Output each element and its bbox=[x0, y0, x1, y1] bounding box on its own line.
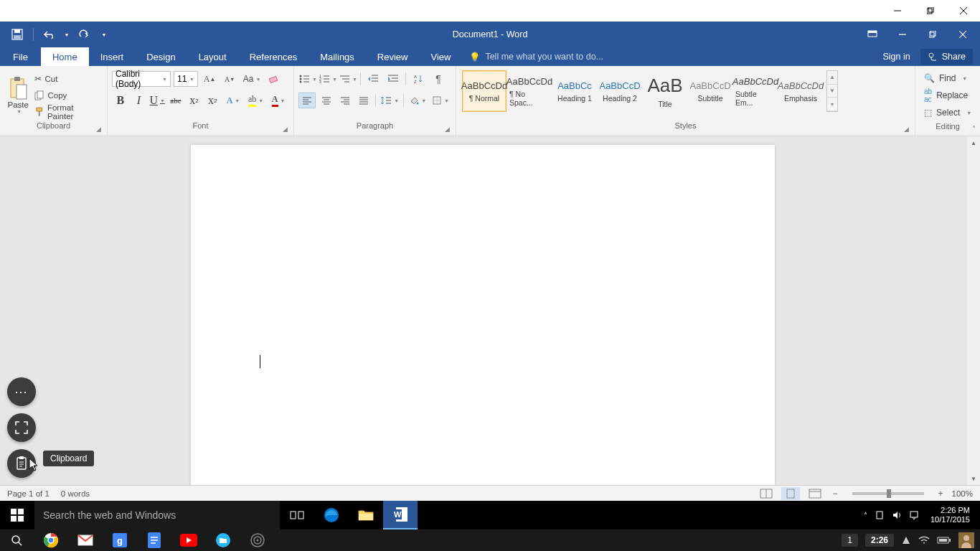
qat-customize-button[interactable]: ▼ bbox=[97, 24, 111, 44]
styles-launcher[interactable]: ◢ bbox=[904, 126, 909, 133]
vertical-scrollbar[interactable]: ▲ ▼ bbox=[967, 136, 980, 485]
taskbar-explorer[interactable] bbox=[349, 501, 383, 529]
align-left-button[interactable] bbox=[298, 93, 316, 108]
styles-gallery[interactable]: AaBbCcDd¶ NormalAaBbCcDd¶ No Spac...AaBb… bbox=[461, 69, 839, 121]
style-tile-subtitle[interactable]: AaBbCcDSubtitle bbox=[688, 70, 732, 112]
read-mode-button[interactable] bbox=[757, 487, 776, 500]
font-size-combo[interactable]: 11▼ bbox=[174, 71, 198, 87]
align-center-button[interactable] bbox=[317, 93, 334, 108]
web-layout-button[interactable] bbox=[806, 487, 824, 500]
line-spacing-button[interactable]: ▼ bbox=[379, 93, 400, 108]
multilevel-list-button[interactable]: ▼ bbox=[339, 71, 357, 87]
paragraph-launcher[interactable]: ◢ bbox=[445, 126, 450, 133]
style-tile---no-spac---[interactable]: AaBbCcDd¶ No Spac... bbox=[507, 70, 552, 112]
taskbar-word[interactable]: W bbox=[383, 501, 418, 529]
replace-button[interactable]: abacReplace bbox=[924, 88, 971, 103]
shading-button[interactable]: ▼ bbox=[407, 93, 428, 108]
highlight-button[interactable]: ab▼ bbox=[245, 93, 267, 108]
style-tile-heading-2[interactable]: AaBbCcDHeading 2 bbox=[598, 70, 642, 112]
text-effects-button[interactable]: A▼ bbox=[222, 93, 244, 108]
redo-button[interactable] bbox=[72, 24, 95, 44]
dock-target[interactable] bbox=[247, 529, 268, 551]
tab-file[interactable]: File bbox=[0, 47, 41, 66]
font-launcher[interactable]: ◢ bbox=[283, 126, 288, 133]
dock-clock[interactable]: 2:26 bbox=[865, 534, 894, 547]
window-minimize-button[interactable] bbox=[881, 0, 914, 22]
tab-view[interactable]: View bbox=[419, 47, 462, 66]
tray-notifications-icon[interactable] bbox=[909, 510, 919, 520]
dock-search-button[interactable] bbox=[6, 529, 27, 551]
paste-button[interactable]: Paste ▼ bbox=[4, 69, 32, 121]
taskbar-search[interactable]: Search the web and Windows bbox=[34, 501, 280, 529]
dock-up-icon[interactable] bbox=[901, 535, 911, 545]
clipboard-launcher[interactable]: ◢ bbox=[96, 126, 101, 133]
font-color-button[interactable]: A▼ bbox=[268, 93, 289, 108]
style-tile-heading-1[interactable]: AaBbCcHeading 1 bbox=[552, 70, 597, 112]
decrease-indent-button[interactable] bbox=[364, 71, 382, 87]
tray-network-icon[interactable] bbox=[875, 510, 885, 520]
ribbon-display-options-button[interactable] bbox=[858, 24, 887, 44]
tray-volume-icon[interactable] bbox=[892, 510, 902, 520]
collapse-ribbon-button[interactable]: ˄ bbox=[972, 125, 976, 133]
document-page[interactable] bbox=[191, 145, 775, 485]
zoom-thumb[interactable] bbox=[887, 489, 891, 498]
justify-button[interactable] bbox=[355, 93, 372, 108]
tab-layout[interactable]: Layout bbox=[187, 47, 238, 66]
copy-button[interactable]: Copy bbox=[34, 88, 100, 103]
tab-review[interactable]: Review bbox=[366, 47, 420, 66]
align-right-button[interactable] bbox=[336, 93, 354, 108]
save-button[interactable] bbox=[6, 24, 29, 44]
word-minimize-button[interactable] bbox=[888, 24, 917, 44]
word-restore-button[interactable] bbox=[918, 24, 947, 44]
bold-button[interactable]: B bbox=[112, 93, 129, 108]
tray-chevron-icon[interactable]: ˄ bbox=[864, 512, 867, 519]
task-view-button[interactable] bbox=[280, 501, 314, 529]
style-tile-subtle-em---[interactable]: AaBbCcDdSubtle Em... bbox=[733, 70, 778, 112]
grow-font-button[interactable]: A▲ bbox=[201, 71, 218, 87]
dock-badge[interactable]: 1 bbox=[842, 534, 858, 547]
page-indicator[interactable]: Page 1 of 1 bbox=[7, 489, 50, 498]
dock-files[interactable] bbox=[212, 529, 234, 551]
style-tile-emphasis[interactable]: AaBbCcDdEmphasis bbox=[778, 70, 823, 112]
format-painter-button[interactable]: Format Painter bbox=[34, 104, 100, 120]
dock-google[interactable]: g bbox=[109, 529, 131, 551]
print-layout-button[interactable] bbox=[781, 487, 800, 500]
increase-indent-button[interactable] bbox=[384, 71, 402, 87]
italic-button[interactable]: I bbox=[131, 93, 148, 108]
window-restore-button[interactable] bbox=[914, 0, 947, 22]
dock-youtube[interactable] bbox=[178, 529, 199, 551]
word-close-button[interactable] bbox=[948, 24, 977, 44]
word-count[interactable]: 0 words bbox=[61, 489, 90, 498]
scroll-down-button[interactable]: ▼ bbox=[967, 472, 980, 485]
zoom-level[interactable]: 100% bbox=[952, 489, 973, 498]
overlay-fullscreen-button[interactable] bbox=[7, 413, 36, 442]
dock-avatar[interactable] bbox=[958, 532, 974, 548]
zoom-out-button[interactable]: − bbox=[830, 489, 841, 499]
font-name-combo[interactable]: Calibri (Body)▼ bbox=[112, 71, 171, 87]
borders-button[interactable]: ▼ bbox=[430, 93, 451, 108]
subscript-button[interactable]: x2 bbox=[186, 93, 203, 108]
style-tile-title[interactable]: AaBTitle bbox=[643, 70, 687, 112]
style-tile---normal[interactable]: AaBbCcDd¶ Normal bbox=[462, 70, 507, 112]
numbering-button[interactable]: 123▼ bbox=[319, 71, 337, 87]
tab-insert[interactable]: Insert bbox=[89, 47, 136, 66]
tab-references[interactable]: References bbox=[238, 47, 308, 66]
tab-design[interactable]: Design bbox=[135, 47, 187, 66]
dock-battery-icon[interactable] bbox=[937, 536, 951, 545]
select-button[interactable]: ⬚Select▼ bbox=[924, 105, 971, 121]
dock-docs[interactable] bbox=[143, 529, 165, 551]
clear-formatting-button[interactable] bbox=[265, 71, 283, 87]
dock-wifi-icon[interactable] bbox=[918, 536, 930, 545]
zoom-in-button[interactable]: + bbox=[936, 489, 946, 499]
undo-dropdown[interactable]: ▼ bbox=[62, 24, 71, 44]
start-button[interactable] bbox=[0, 501, 34, 529]
find-button[interactable]: 🔍Find▼ bbox=[924, 70, 971, 86]
tab-home[interactable]: Home bbox=[41, 47, 89, 66]
taskbar-edge[interactable] bbox=[314, 501, 349, 529]
tab-mailings[interactable]: Mailings bbox=[308, 47, 366, 66]
dock-gmail[interactable] bbox=[75, 529, 96, 551]
dock-chrome[interactable] bbox=[40, 529, 62, 551]
bullets-button[interactable]: ▼ bbox=[298, 71, 317, 87]
superscript-button[interactable]: x2 bbox=[204, 93, 221, 108]
tell-me-search[interactable]: 💡 Tell me what you want to do... bbox=[469, 47, 603, 66]
